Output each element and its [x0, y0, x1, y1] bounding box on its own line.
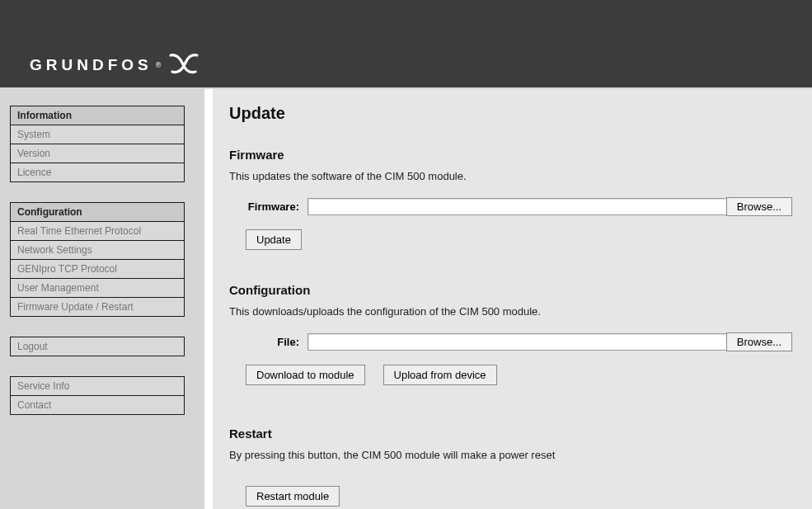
nav-group-information: Information System Version Licence: [10, 106, 185, 182]
restart-heading: Restart: [229, 427, 792, 441]
sidebar-item-system[interactable]: System: [11, 125, 184, 144]
file-field-row: File: Browse...: [229, 332, 792, 351]
nav-group-configuration: Configuration Real Time Ethernet Protoco…: [10, 202, 185, 317]
firmware-buttons: Update: [246, 229, 792, 250]
brand-icon: [169, 51, 199, 78]
sidebar-item-rt-ethernet[interactable]: Real Time Ethernet Protocol: [11, 222, 184, 241]
nav-group-logout: Logout: [10, 337, 185, 356]
firmware-browse-button[interactable]: Browse...: [726, 197, 792, 216]
sidebar-item-contact[interactable]: Contact: [11, 396, 184, 414]
restart-button[interactable]: Restart module: [246, 486, 340, 507]
sidebar: Information System Version Licence Confi…: [0, 89, 204, 509]
main-content: Update Firmware This updates the softwar…: [204, 89, 812, 509]
nav-group-title: Configuration: [11, 203, 184, 222]
header: GRUNDFOS®: [0, 0, 812, 89]
firmware-label: Firmware:: [229, 200, 307, 213]
brand-logo: GRUNDFOS®: [30, 51, 199, 78]
restart-desc: By pressing this button, the CIM 500 mod…: [229, 449, 792, 461]
sidebar-item-licence[interactable]: Licence: [11, 163, 184, 181]
upload-button[interactable]: Upload from device: [383, 365, 497, 385]
sidebar-item-service-info[interactable]: Service Info: [11, 377, 184, 396]
registered-mark: ®: [156, 61, 162, 69]
file-input[interactable]: [307, 333, 727, 351]
sidebar-item-logout[interactable]: Logout: [11, 337, 184, 356]
sidebar-item-version[interactable]: Version: [11, 144, 184, 163]
sidebar-item-network[interactable]: Network Settings: [11, 241, 184, 260]
config-heading: Configuration: [229, 283, 792, 297]
sidebar-item-firmware[interactable]: Firmware Update / Restart: [11, 298, 184, 316]
body: Information System Version Licence Confi…: [0, 89, 812, 509]
config-desc: This downloads/uploads the configuration…: [229, 305, 792, 318]
update-button[interactable]: Update: [246, 229, 302, 250]
sidebar-item-user-mgmt[interactable]: User Management: [11, 279, 184, 298]
nav-group-footer: Service Info Contact: [10, 376, 185, 415]
restart-buttons: Restart module: [246, 486, 792, 507]
page-title: Update: [229, 104, 792, 123]
sidebar-item-genipro[interactable]: GENIpro TCP Protocol: [11, 260, 184, 279]
firmware-field-row: Firmware: Browse...: [229, 197, 792, 216]
header-divider: [0, 87, 812, 89]
file-label: File:: [229, 336, 307, 348]
firmware-input[interactable]: [307, 198, 727, 215]
nav-group-title: Information: [11, 106, 184, 125]
brand-name: GRUNDFOS: [30, 56, 153, 74]
file-browse-button[interactable]: Browse...: [726, 332, 792, 351]
config-buttons: Download to module Upload from device: [246, 365, 792, 385]
firmware-heading: Firmware: [229, 148, 792, 162]
firmware-desc: This updates the software of the CIM 500…: [229, 170, 792, 182]
download-button[interactable]: Download to module: [246, 365, 365, 385]
spacer: [229, 385, 792, 427]
